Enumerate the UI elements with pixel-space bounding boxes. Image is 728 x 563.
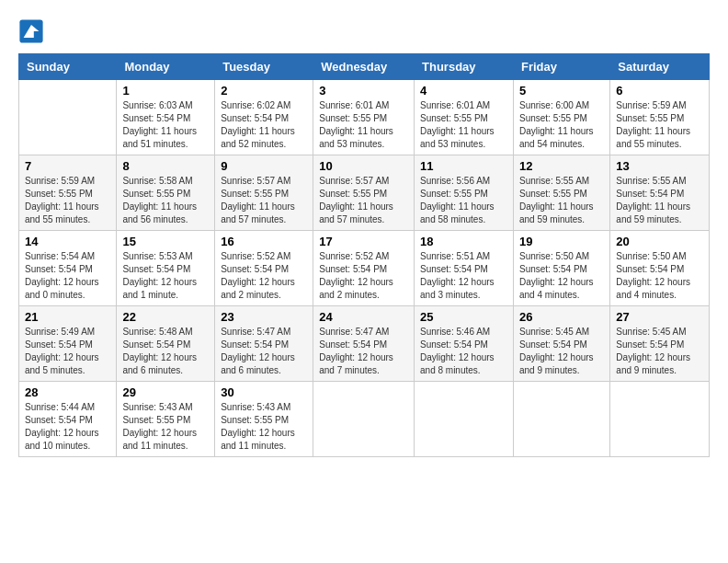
calendar-cell: 8Sunrise: 5:58 AMSunset: 5:55 PMDaylight… — [117, 155, 215, 231]
calendar-cell: 17Sunrise: 5:52 AMSunset: 5:54 PMDayligh… — [313, 231, 415, 306]
day-number: 20 — [616, 235, 703, 248]
calendar-week-row: 1Sunrise: 6:03 AMSunset: 5:54 PMDaylight… — [19, 80, 710, 155]
day-info: Sunrise: 6:00 AMSunset: 5:55 PMDaylight:… — [519, 99, 604, 151]
column-header-tuesday: Tuesday — [215, 54, 313, 80]
calendar-cell: 26Sunrise: 5:45 AMSunset: 5:54 PMDayligh… — [513, 306, 609, 382]
calendar-cell: 18Sunrise: 5:51 AMSunset: 5:54 PMDayligh… — [415, 231, 514, 306]
day-number: 1 — [122, 84, 209, 98]
column-header-saturday: Saturday — [610, 54, 710, 80]
day-info: Sunrise: 6:01 AMSunset: 5:55 PMDaylight:… — [319, 99, 408, 151]
day-info: Sunrise: 5:45 AMSunset: 5:54 PMDaylight:… — [519, 326, 604, 377]
calendar-cell: 25Sunrise: 5:46 AMSunset: 5:54 PMDayligh… — [415, 306, 514, 382]
day-number: 29 — [122, 385, 209, 399]
calendar-cell: 28Sunrise: 5:44 AMSunset: 5:54 PMDayligh… — [19, 382, 117, 457]
day-info: Sunrise: 5:44 AMSunset: 5:54 PMDaylight:… — [25, 401, 110, 453]
day-number: 26 — [519, 310, 604, 324]
day-number: 22 — [122, 310, 209, 324]
calendar-week-row: 28Sunrise: 5:44 AMSunset: 5:54 PMDayligh… — [19, 382, 710, 457]
day-number: 19 — [519, 235, 604, 248]
calendar-cell: 20Sunrise: 5:50 AMSunset: 5:54 PMDayligh… — [610, 231, 710, 306]
day-number: 11 — [420, 159, 507, 173]
day-number: 7 — [25, 159, 110, 173]
day-number: 16 — [221, 235, 307, 248]
calendar-table: SundayMondayTuesdayWednesdayThursdayFrid… — [18, 53, 710, 457]
day-info: Sunrise: 5:43 AMSunset: 5:55 PMDaylight:… — [221, 401, 307, 453]
day-number: 30 — [221, 385, 307, 399]
page-header — [18, 18, 710, 44]
calendar-cell: 30Sunrise: 5:43 AMSunset: 5:55 PMDayligh… — [215, 382, 313, 457]
calendar-cell — [313, 382, 415, 457]
column-header-monday: Monday — [117, 54, 215, 80]
calendar-cell: 5Sunrise: 6:00 AMSunset: 5:55 PMDaylight… — [513, 80, 609, 155]
day-number: 21 — [25, 310, 110, 324]
calendar-cell: 15Sunrise: 5:53 AMSunset: 5:54 PMDayligh… — [117, 231, 215, 306]
day-info: Sunrise: 5:48 AMSunset: 5:54 PMDaylight:… — [122, 326, 209, 377]
day-info: Sunrise: 5:53 AMSunset: 5:54 PMDaylight:… — [122, 250, 209, 302]
day-info: Sunrise: 6:02 AMSunset: 5:54 PMDaylight:… — [221, 99, 307, 151]
day-number: 8 — [122, 159, 209, 173]
day-info: Sunrise: 5:59 AMSunset: 5:55 PMDaylight:… — [616, 99, 703, 151]
day-number: 15 — [122, 235, 209, 248]
day-number: 2 — [221, 84, 307, 98]
column-header-thursday: Thursday — [415, 54, 514, 80]
day-info: Sunrise: 5:58 AMSunset: 5:55 PMDaylight:… — [122, 175, 209, 226]
calendar-cell: 24Sunrise: 5:47 AMSunset: 5:54 PMDayligh… — [313, 306, 415, 382]
day-number: 5 — [519, 84, 604, 98]
calendar-cell: 9Sunrise: 5:57 AMSunset: 5:55 PMDaylight… — [215, 155, 313, 231]
day-number: 12 — [519, 159, 604, 173]
calendar-week-row: 21Sunrise: 5:49 AMSunset: 5:54 PMDayligh… — [19, 306, 710, 382]
calendar-cell — [19, 80, 117, 155]
calendar-week-row: 14Sunrise: 5:54 AMSunset: 5:54 PMDayligh… — [19, 231, 710, 306]
day-info: Sunrise: 5:59 AMSunset: 5:55 PMDaylight:… — [25, 175, 110, 226]
calendar-cell: 6Sunrise: 5:59 AMSunset: 5:55 PMDaylight… — [610, 80, 710, 155]
day-info: Sunrise: 5:47 AMSunset: 5:54 PMDaylight:… — [319, 326, 408, 377]
day-number: 17 — [319, 235, 408, 248]
day-info: Sunrise: 5:50 AMSunset: 5:54 PMDaylight:… — [616, 250, 703, 302]
logo — [18, 18, 48, 44]
day-info: Sunrise: 5:43 AMSunset: 5:55 PMDaylight:… — [122, 401, 209, 453]
calendar-cell: 2Sunrise: 6:02 AMSunset: 5:54 PMDaylight… — [215, 80, 313, 155]
day-info: Sunrise: 6:03 AMSunset: 5:54 PMDaylight:… — [122, 99, 209, 151]
day-info: Sunrise: 5:47 AMSunset: 5:54 PMDaylight:… — [221, 326, 307, 377]
day-info: Sunrise: 5:52 AMSunset: 5:54 PMDaylight:… — [221, 250, 307, 302]
day-number: 6 — [616, 84, 703, 98]
day-info: Sunrise: 5:51 AMSunset: 5:54 PMDaylight:… — [420, 250, 507, 302]
calendar-cell: 21Sunrise: 5:49 AMSunset: 5:54 PMDayligh… — [19, 306, 117, 382]
calendar-cell: 11Sunrise: 5:56 AMSunset: 5:55 PMDayligh… — [415, 155, 514, 231]
day-number: 4 — [420, 84, 507, 98]
calendar-cell — [415, 382, 514, 457]
column-header-sunday: Sunday — [19, 54, 117, 80]
calendar-cell: 22Sunrise: 5:48 AMSunset: 5:54 PMDayligh… — [117, 306, 215, 382]
calendar-cell: 1Sunrise: 6:03 AMSunset: 5:54 PMDaylight… — [117, 80, 215, 155]
day-info: Sunrise: 5:45 AMSunset: 5:54 PMDaylight:… — [616, 326, 703, 377]
day-info: Sunrise: 5:50 AMSunset: 5:54 PMDaylight:… — [519, 250, 604, 302]
day-number: 25 — [420, 310, 507, 324]
calendar-cell: 27Sunrise: 5:45 AMSunset: 5:54 PMDayligh… — [610, 306, 710, 382]
day-info: Sunrise: 5:55 AMSunset: 5:54 PMDaylight:… — [616, 175, 703, 226]
day-info: Sunrise: 5:49 AMSunset: 5:54 PMDaylight:… — [25, 326, 110, 377]
day-number: 3 — [319, 84, 408, 98]
calendar-header-row: SundayMondayTuesdayWednesdayThursdayFrid… — [19, 54, 710, 80]
day-info: Sunrise: 5:57 AMSunset: 5:55 PMDaylight:… — [319, 175, 408, 226]
calendar-cell: 10Sunrise: 5:57 AMSunset: 5:55 PMDayligh… — [313, 155, 415, 231]
calendar-cell: 19Sunrise: 5:50 AMSunset: 5:54 PMDayligh… — [513, 231, 609, 306]
calendar-cell — [513, 382, 609, 457]
calendar-week-row: 7Sunrise: 5:59 AMSunset: 5:55 PMDaylight… — [19, 155, 710, 231]
day-info: Sunrise: 5:56 AMSunset: 5:55 PMDaylight:… — [420, 175, 507, 226]
day-number: 28 — [25, 385, 110, 399]
day-number: 18 — [420, 235, 507, 248]
day-info: Sunrise: 5:54 AMSunset: 5:54 PMDaylight:… — [25, 250, 110, 302]
day-number: 27 — [616, 310, 703, 324]
day-number: 13 — [616, 159, 703, 173]
calendar-cell: 23Sunrise: 5:47 AMSunset: 5:54 PMDayligh… — [215, 306, 313, 382]
day-info: Sunrise: 6:01 AMSunset: 5:55 PMDaylight:… — [420, 99, 507, 151]
column-header-friday: Friday — [513, 54, 609, 80]
logo-icon — [18, 18, 44, 44]
day-number: 9 — [221, 159, 307, 173]
calendar-cell: 7Sunrise: 5:59 AMSunset: 5:55 PMDaylight… — [19, 155, 117, 231]
calendar-cell: 4Sunrise: 6:01 AMSunset: 5:55 PMDaylight… — [415, 80, 514, 155]
day-number: 24 — [319, 310, 408, 324]
calendar-cell — [610, 382, 710, 457]
day-info: Sunrise: 5:52 AMSunset: 5:54 PMDaylight:… — [319, 250, 408, 302]
calendar-cell: 3Sunrise: 6:01 AMSunset: 5:55 PMDaylight… — [313, 80, 415, 155]
